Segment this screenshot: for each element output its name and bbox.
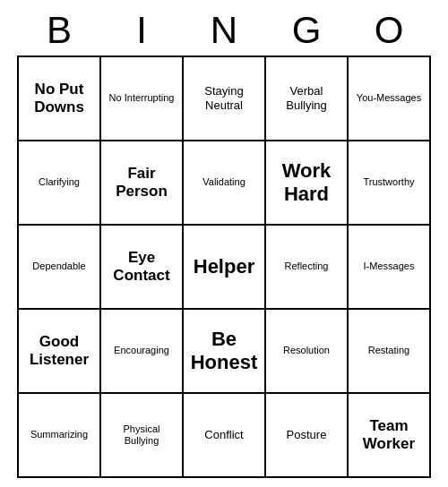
bingo-cell-3: Verbal Bullying bbox=[266, 57, 349, 141]
bingo-cell-5: Clarifying bbox=[19, 141, 101, 226]
bingo-cell-2: Staying Neutral bbox=[184, 57, 266, 141]
bingo-cell-17: Be Honest bbox=[184, 310, 266, 394]
bingo-cell-13: Reflecting bbox=[266, 226, 349, 310]
bingo-cell-16: Encouraging bbox=[101, 310, 184, 394]
header-letter-b: B bbox=[18, 9, 100, 52]
bingo-cell-7: Validating bbox=[184, 141, 266, 226]
bingo-cell-12: Helper bbox=[184, 226, 266, 310]
bingo-cell-20: Summarizing bbox=[19, 394, 101, 478]
header-letter-i: I bbox=[100, 9, 183, 52]
bingo-cell-11: Eye Contact bbox=[101, 226, 184, 310]
header-letter-o: O bbox=[348, 9, 430, 52]
bingo-cell-14: I-Messages bbox=[349, 226, 431, 310]
bingo-grid: No Put DownsNo InterruptingStaying Neutr… bbox=[17, 56, 431, 478]
bingo-cell-19: Restating bbox=[349, 310, 431, 394]
bingo-cell-4: You-Messages bbox=[349, 57, 431, 141]
bingo-cell-24: Team Worker bbox=[349, 394, 431, 478]
bingo-cell-10: Dependable bbox=[19, 226, 101, 310]
bingo-cell-15: Good Listener bbox=[19, 310, 101, 394]
bingo-cell-9: Trustworthy bbox=[349, 141, 431, 226]
bingo-cell-21: Physical Bullying bbox=[101, 394, 184, 478]
bingo-cell-0: No Put Downs bbox=[19, 57, 101, 141]
header-letter-n: N bbox=[183, 9, 265, 52]
header-letter-g: G bbox=[265, 9, 348, 52]
bingo-header: B I N G O bbox=[18, 9, 430, 52]
bingo-cell-23: Posture bbox=[266, 394, 349, 478]
bingo-cell-18: Resolution bbox=[266, 310, 349, 394]
bingo-cell-6: Fair Person bbox=[101, 141, 184, 226]
bingo-cell-22: Conflict bbox=[184, 394, 266, 478]
bingo-cell-8: Work Hard bbox=[266, 141, 349, 226]
bingo-cell-1: No Interrupting bbox=[101, 57, 184, 141]
